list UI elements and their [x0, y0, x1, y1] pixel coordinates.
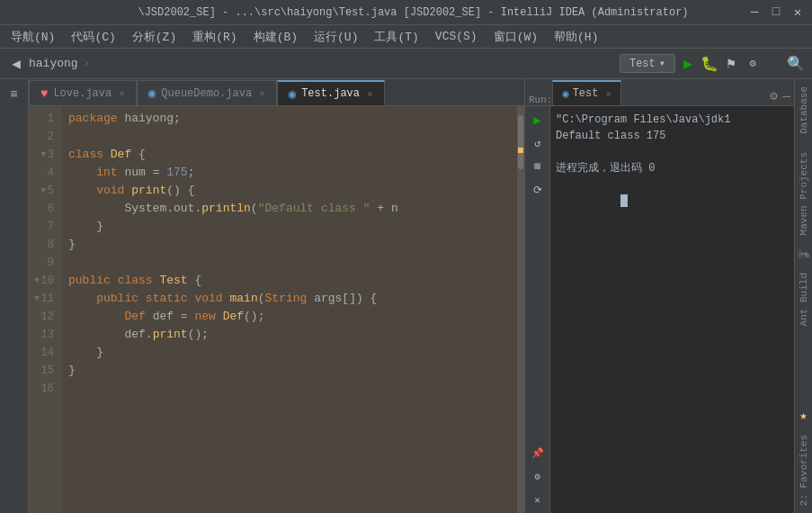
editor-tabs: ♥ Love.java ✕ ◉ QueueDemo.java ✕ ◉ Test.… — [29, 79, 524, 106]
line-num-4: 4 — [29, 164, 54, 182]
run-tab-test[interactable]: ◉ Test ✕ — [552, 80, 621, 105]
main-area: ≡ ♥ Love.java ✕ ◉ QueueDemo.java ✕ ◉ Tes… — [0, 79, 812, 513]
database-panel-label[interactable]: Database — [797, 79, 811, 141]
breadcrumb[interactable]: haiyong — [29, 57, 78, 70]
project-icon[interactable]: ≡ — [3, 83, 26, 106]
menu-item-导航n[interactable]: 导航(N) — [4, 27, 62, 47]
run-tab-name: Test — [573, 87, 599, 100]
code-line-2 — [68, 128, 524, 146]
menu-item-帮助h[interactable]: 帮助(H) — [547, 27, 605, 47]
love-java-icon: ♥ — [40, 86, 48, 101]
debug-button[interactable]: 🐛 — [700, 55, 718, 73]
line-numbers: 1 2 ▼3 4 ▼5 6 7 8 9 ▼10 ▼11 12 13 14 15 … — [29, 106, 61, 513]
line-num-5: ▼5 — [29, 182, 54, 200]
line-num-12: 12 — [29, 308, 54, 326]
line-num-9: 9 — [29, 254, 54, 272]
menu-item-代码c[interactable]: 代码(C) — [64, 27, 122, 47]
code-line-14: } — [68, 344, 524, 362]
editor-area: ♥ Love.java ✕ ◉ QueueDemo.java ✕ ◉ Test.… — [29, 79, 524, 513]
run-play-button[interactable]: ▶ — [528, 110, 548, 130]
line-num-13: 13 — [29, 326, 54, 344]
build-button[interactable]: ⚙ — [744, 55, 762, 73]
run-close-output[interactable]: ✕ — [528, 490, 548, 509]
editor-scrollbar[interactable] — [517, 106, 524, 513]
menu-bar: 导航(N)代码(C)分析(Z)重构(R)构建(B)运行(U)工具(T)VCS(S… — [0, 25, 812, 49]
line-num-3: ▼3 — [29, 146, 54, 164]
maximize-button[interactable]: □ — [769, 4, 783, 20]
tab-test-java[interactable]: ◉ Test.java ✕ — [277, 80, 385, 105]
tab-love-java[interactable]: ♥ Love.java ✕ — [29, 80, 137, 105]
test-java-label: Test.java — [301, 87, 360, 100]
run-pin-button[interactable]: 📌 — [528, 443, 548, 463]
right-sidebar: Database Maven Projects 🐜 Ant Build ★ 2:… — [794, 79, 812, 513]
code-line-7: } — [68, 218, 524, 236]
queue-demo-close[interactable]: ✕ — [259, 87, 265, 99]
code-editor[interactable]: package haiyong; class Def { int num = 1… — [61, 106, 524, 513]
navigation-icon[interactable]: ◀ — [7, 55, 25, 73]
coverage-button[interactable]: ⚑ — [722, 55, 740, 73]
run-minimize-icon[interactable]: — — [783, 89, 790, 104]
scroll-thumb[interactable] — [518, 115, 523, 169]
output-line-1: "C:\Program Files\Java\jdk1 — [556, 112, 789, 128]
favorites-star-icon[interactable]: ★ — [796, 408, 812, 424]
run-settings-icon[interactable]: ⚙ — [770, 88, 777, 104]
output-cursor-line — [556, 176, 789, 225]
menu-item-窗口w[interactable]: 窗口(W) — [486, 27, 545, 47]
run-button[interactable]: ▶ — [679, 55, 697, 73]
line-num-16: 16 — [29, 380, 54, 398]
menu-item-分析z[interactable]: 分析(Z) — [125, 27, 183, 47]
output-line-4: 进程完成，退出码 0 — [556, 160, 789, 176]
run-settings-gear[interactable]: ⚙ — [528, 466, 548, 486]
ant-icon[interactable]: 🐜 — [796, 246, 812, 262]
code-line-11: ▶ public static void main ( String args[… — [68, 290, 524, 308]
line-num-11: ▼11 — [29, 290, 54, 308]
queue-demo-label: QueueDemo.java — [161, 87, 252, 100]
run-label: Run: — [529, 94, 552, 105]
line-num-6: 6 — [29, 200, 54, 218]
line-num-14: 14 — [29, 344, 54, 362]
maven-panel-label[interactable]: Maven Projects — [797, 145, 811, 242]
close-button[interactable]: ✕ — [790, 4, 805, 20]
code-container: 1 2 ▼3 4 ▼5 6 7 8 9 ▼10 ▼11 12 13 14 15 … — [29, 106, 524, 513]
code-line-4: int num = 175 ; — [68, 164, 524, 182]
code-line-15: } — [68, 362, 524, 380]
tab-queue-demo[interactable]: ◉ QueueDemo.java ✕ — [137, 80, 277, 105]
menu-item-重构r[interactable]: 重构(R) — [185, 27, 244, 47]
search-everywhere-icon[interactable]: 🔍 — [787, 55, 805, 73]
test-java-close[interactable]: ✕ — [367, 88, 373, 100]
code-line-3: class Def { — [68, 146, 524, 164]
test-java-icon: ◉ — [289, 86, 296, 102]
queue-demo-icon: ◉ — [148, 86, 156, 101]
love-java-close[interactable]: ✕ — [119, 87, 125, 99]
run-tabs: Run: ◉ Test ✕ ⚙ — — [525, 79, 794, 106]
menu-item-vcss[interactable]: VCS(S) — [428, 28, 485, 45]
left-gutter: ≡ — [0, 79, 29, 513]
scroll-marker — [518, 148, 523, 153]
code-line-6: System. out . println ( "Default class "… — [68, 200, 524, 218]
output-line-3 — [556, 144, 789, 160]
run-panel: Run: ◉ Test ✕ ⚙ — ▶ ↺ ■ ⟳ 📌 — [524, 79, 794, 513]
ant-panel-label[interactable]: Ant Build — [797, 266, 811, 333]
run-toolbar: ▶ ↺ ■ ⟳ 📌 ⚙ ✕ — [525, 106, 550, 513]
love-java-label: Love.java — [53, 87, 112, 100]
run-config-dropdown-icon: ▾ — [659, 57, 665, 70]
run-suspend-button[interactable]: ⟳ — [528, 180, 548, 200]
run-stop-button[interactable]: ■ — [528, 157, 548, 176]
code-line-8: } — [68, 236, 524, 254]
output-line-2: Default class 175 — [556, 128, 789, 144]
run-content: ▶ ↺ ■ ⟳ 📌 ⚙ ✕ "C:\Program Files\Java\jdk… — [525, 106, 794, 513]
minimize-button[interactable]: — — [747, 4, 762, 20]
breadcrumb-separator: › — [84, 57, 91, 70]
menu-item-构建b[interactable]: 构建(B) — [246, 27, 305, 47]
window-controls: — □ ✕ — [747, 4, 805, 20]
title-text: \JSD2002_SE] - ...\src\haiyong\Test.java… — [79, 6, 747, 19]
run-config-button[interactable]: Test ▾ — [620, 54, 675, 73]
title-bar: \JSD2002_SE] - ...\src\haiyong\Test.java… — [0, 0, 812, 25]
run-rerun-button[interactable]: ↺ — [528, 133, 548, 153]
line-num-2: 2 — [29, 128, 54, 146]
menu-item-运行u[interactable]: 运行(U) — [307, 27, 365, 47]
run-tab-close[interactable]: ✕ — [605, 88, 611, 100]
code-line-10: ▶ public class Test { — [68, 272, 524, 290]
favorites-panel-label[interactable]: 2: Favorites — [797, 428, 811, 513]
menu-item-工具t[interactable]: 工具(T) — [367, 27, 425, 47]
